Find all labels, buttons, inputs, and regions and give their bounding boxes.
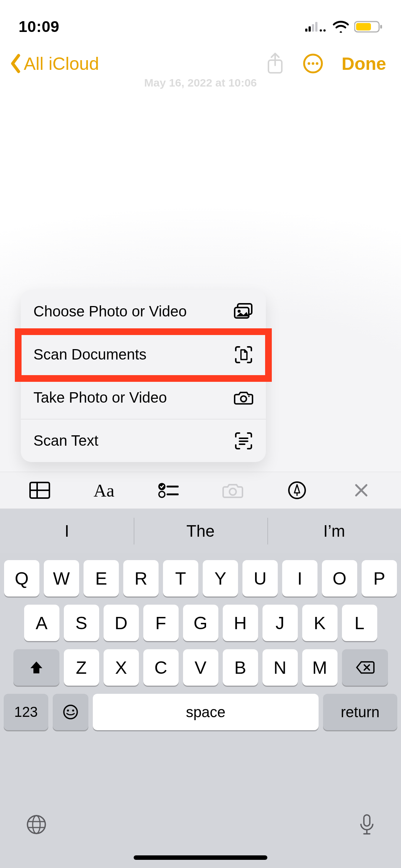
done-button[interactable]: Done — [342, 53, 386, 74]
key-v[interactable]: V — [183, 649, 218, 686]
key-u[interactable]: U — [242, 560, 278, 596]
key-m[interactable]: M — [302, 649, 338, 686]
key-k[interactable]: K — [302, 605, 338, 641]
key-h[interactable]: H — [223, 605, 258, 641]
menu-item-scan-text[interactable]: Scan Text — [21, 419, 266, 462]
text-viewfinder-icon — [234, 431, 253, 451]
menu-item-scan-documents[interactable]: Scan Documents — [21, 333, 266, 376]
key-i[interactable]: I — [282, 560, 317, 596]
key-c[interactable]: C — [143, 649, 179, 686]
key-return[interactable]: return — [323, 694, 397, 730]
key-g[interactable]: G — [183, 605, 218, 641]
shift-icon — [28, 659, 45, 676]
checklist-icon — [158, 482, 179, 499]
key-space[interactable]: space — [93, 694, 319, 730]
markup-icon — [288, 481, 306, 500]
camera-icon — [222, 482, 244, 499]
keyboard: Q W E R T Y U I O P A S D F G H J K L Z … — [0, 553, 401, 868]
svg-point-18 — [241, 396, 246, 402]
markup-button[interactable] — [275, 481, 319, 500]
status-right-icons — [305, 20, 382, 33]
share-icon — [266, 52, 284, 75]
share-button[interactable] — [266, 52, 284, 75]
svg-point-5 — [323, 29, 326, 32]
globe-button[interactable] — [26, 814, 47, 836]
dismiss-toolbar-button[interactable] — [339, 483, 384, 498]
note-timestamp: May 16, 2022 at 10:06 — [144, 77, 257, 89]
key-emoji[interactable] — [53, 694, 88, 730]
svg-point-14 — [316, 62, 319, 65]
key-row-3: Z X C V B N M — [4, 649, 397, 686]
svg-rect-44 — [364, 815, 370, 826]
format-toolbar: Aa — [0, 472, 401, 509]
doc-viewfinder-icon — [234, 345, 253, 364]
svg-rect-0 — [305, 29, 307, 32]
checklist-button[interactable] — [146, 482, 190, 499]
close-icon — [354, 483, 369, 498]
menu-item-label: Choose Photo or Video — [33, 303, 187, 320]
insert-attachment-button[interactable] — [211, 482, 255, 499]
key-p[interactable]: P — [362, 560, 397, 596]
key-shift[interactable] — [13, 649, 59, 686]
svg-point-41 — [33, 816, 40, 833]
key-z[interactable]: Z — [64, 649, 99, 686]
text-format-button[interactable]: Aa — [82, 480, 126, 501]
svg-rect-3 — [315, 22, 317, 32]
svg-point-13 — [312, 62, 314, 65]
text-format-icon: Aa — [94, 480, 114, 501]
key-o[interactable]: O — [322, 560, 357, 596]
menu-item-choose-photo[interactable]: Choose Photo or Video — [21, 290, 266, 333]
nav-bar: All iCloud Done — [0, 41, 401, 79]
dictation-button[interactable] — [359, 813, 375, 837]
key-f[interactable]: F — [143, 605, 179, 641]
svg-point-17 — [238, 310, 241, 313]
key-row-2: A S D F G H J K L — [4, 605, 397, 641]
key-b[interactable]: B — [223, 649, 258, 686]
key-t[interactable]: T — [163, 560, 198, 596]
key-a[interactable]: A — [24, 605, 59, 641]
key-backspace[interactable] — [342, 649, 388, 686]
key-w[interactable]: W — [44, 560, 79, 596]
quicktype-bar: I The I’m — [0, 509, 401, 553]
key-row-4: 123 space return — [4, 694, 397, 730]
key-x[interactable]: X — [104, 649, 139, 686]
menu-item-label: Scan Documents — [33, 346, 147, 363]
cell-signal-dual-icon — [305, 21, 327, 32]
menu-item-label: Scan Text — [33, 432, 98, 449]
key-l[interactable]: L — [342, 605, 377, 641]
svg-point-38 — [67, 709, 69, 712]
svg-point-28 — [159, 491, 165, 497]
key-q[interactable]: Q — [4, 560, 39, 596]
svg-point-40 — [27, 816, 45, 833]
suggestion-3[interactable]: I’m — [267, 509, 401, 553]
home-indicator[interactable] — [134, 855, 267, 860]
insert-table-button[interactable] — [17, 481, 62, 499]
key-r[interactable]: R — [123, 560, 159, 596]
key-n[interactable]: N — [263, 649, 298, 686]
suggestion-2[interactable]: The — [134, 509, 267, 553]
camera-icon — [234, 388, 253, 407]
key-d[interactable]: D — [104, 605, 139, 641]
svg-rect-7 — [356, 23, 371, 30]
key-123[interactable]: 123 — [4, 694, 48, 730]
more-button[interactable] — [303, 53, 323, 74]
key-row-1: Q W E R T Y U I O P — [4, 560, 397, 596]
back-button[interactable]: All iCloud — [9, 53, 99, 74]
menu-item-take-photo[interactable]: Take Photo or Video — [21, 376, 266, 419]
menu-item-label: Take Photo or Video — [33, 389, 167, 406]
key-j[interactable]: J — [263, 605, 298, 641]
backspace-icon — [355, 660, 375, 674]
chevron-left-icon — [9, 53, 22, 74]
mic-icon — [359, 813, 375, 836]
svg-point-12 — [308, 62, 310, 65]
attachment-menu: Choose Photo or Video Scan Documents Tak… — [21, 290, 266, 462]
suggestion-1[interactable]: I — [0, 509, 134, 553]
key-e[interactable]: E — [84, 560, 119, 596]
back-label: All iCloud — [24, 53, 99, 74]
svg-rect-1 — [309, 26, 311, 32]
ellipsis-circle-icon — [303, 53, 323, 74]
key-s[interactable]: S — [64, 605, 99, 641]
battery-icon — [354, 20, 382, 33]
key-y[interactable]: Y — [203, 560, 238, 596]
svg-rect-8 — [380, 25, 382, 29]
